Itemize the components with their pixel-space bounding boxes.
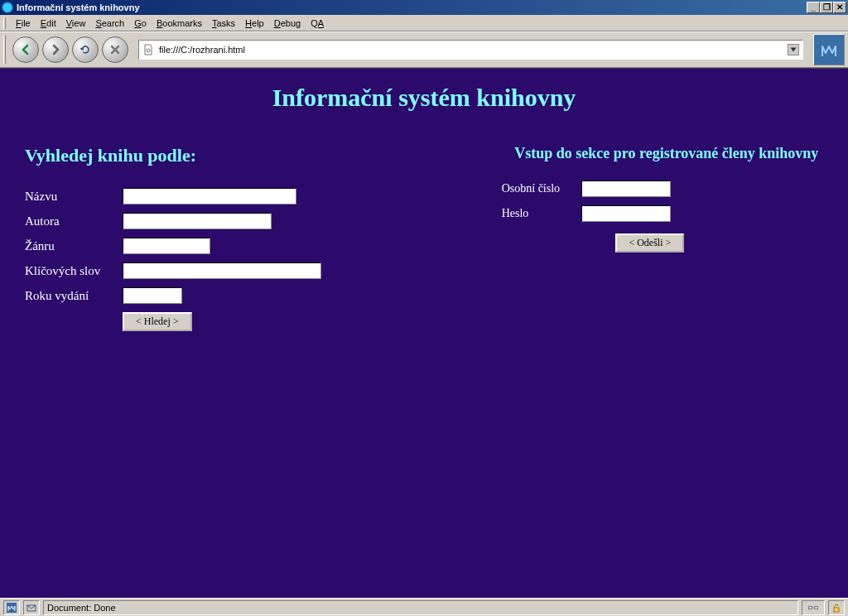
status-mail-icon[interactable] bbox=[23, 600, 40, 615]
window-title: Informační systém knihovny bbox=[17, 2, 807, 12]
forward-button[interactable] bbox=[42, 36, 69, 63]
input-genre[interactable] bbox=[123, 238, 210, 254]
menu-search[interactable]: Search bbox=[90, 17, 129, 30]
window-titlebar: Informační systém knihovny _ ❐ ✕ bbox=[0, 0, 848, 15]
menu-bar: File Edit View Search Go Bookmarks Tasks… bbox=[0, 15, 848, 31]
mozilla-icon bbox=[819, 40, 839, 60]
address-dropdown-button[interactable] bbox=[788, 44, 799, 55]
svg-point-0 bbox=[2, 2, 12, 12]
reload-icon bbox=[79, 43, 92, 56]
minimize-button[interactable]: _ bbox=[807, 2, 820, 13]
input-name[interactable] bbox=[123, 188, 296, 205]
close-button[interactable]: ✕ bbox=[833, 2, 846, 13]
menu-view[interactable]: View bbox=[61, 17, 91, 30]
chevron-down-icon bbox=[788, 45, 798, 55]
input-personal-id[interactable] bbox=[581, 180, 671, 197]
maximize-button[interactable]: ❐ bbox=[820, 2, 833, 13]
address-input[interactable] bbox=[157, 44, 788, 55]
toolbar-grip[interactable] bbox=[3, 36, 6, 64]
login-section: Vstup do sekce pro registrované členy kn… bbox=[469, 145, 831, 331]
login-heading: Vstup do sekce pro registrované členy kn… bbox=[502, 145, 831, 162]
menu-tasks[interactable]: Tasks bbox=[207, 17, 240, 30]
mozilla-small-icon bbox=[7, 603, 17, 613]
connection-icon bbox=[808, 603, 818, 613]
label-year: Roku vydání bbox=[25, 289, 123, 303]
address-bar[interactable] bbox=[138, 40, 803, 60]
menu-qa[interactable]: QA bbox=[306, 17, 329, 30]
forward-arrow-icon bbox=[49, 43, 62, 56]
menu-help[interactable]: Help bbox=[240, 17, 269, 30]
back-button[interactable] bbox=[12, 36, 39, 63]
label-personal-id: Osobní číslo bbox=[502, 182, 581, 195]
status-text: Document: Done bbox=[43, 600, 798, 615]
status-app-icon[interactable] bbox=[3, 600, 20, 615]
reload-button[interactable] bbox=[72, 36, 99, 63]
bookmark-page-icon bbox=[142, 44, 154, 55]
menu-edit[interactable]: Edit bbox=[36, 17, 61, 30]
app-icon bbox=[2, 2, 13, 13]
back-arrow-icon bbox=[19, 43, 32, 56]
mail-icon bbox=[26, 603, 36, 613]
svg-rect-5 bbox=[815, 606, 818, 609]
page-title: Informační systém knihovny bbox=[0, 69, 848, 120]
label-keywords: Klíčových slov bbox=[25, 264, 123, 278]
search-section: Vyhledej knihu podle: Názvu Autora Žánru… bbox=[25, 145, 469, 331]
navigation-toolbar bbox=[0, 31, 848, 68]
svg-point-1 bbox=[147, 49, 150, 52]
status-online-icon[interactable] bbox=[802, 600, 825, 615]
menu-bookmarks[interactable]: Bookmarks bbox=[152, 17, 207, 30]
status-bar: Document: Done bbox=[0, 598, 848, 616]
search-heading: Vyhledej knihu podle: bbox=[25, 145, 469, 166]
status-security-icon[interactable] bbox=[828, 600, 845, 615]
input-keywords[interactable] bbox=[123, 262, 321, 279]
label-genre: Žánru bbox=[25, 239, 123, 253]
menu-go[interactable]: Go bbox=[129, 17, 152, 30]
login-submit-button[interactable]: < Odešli > bbox=[615, 233, 684, 253]
input-password[interactable] bbox=[581, 205, 671, 222]
stop-icon bbox=[108, 43, 122, 56]
input-author[interactable] bbox=[123, 213, 272, 229]
page-content: Informační systém knihovny Vyhledej knih… bbox=[0, 68, 848, 598]
stop-button[interactable] bbox=[102, 36, 128, 63]
label-author: Autora bbox=[25, 214, 123, 229]
menu-debug[interactable]: Debug bbox=[269, 17, 306, 30]
svg-rect-4 bbox=[809, 606, 812, 609]
browser-throbber[interactable] bbox=[813, 34, 845, 65]
input-year[interactable] bbox=[123, 287, 182, 304]
menu-grip[interactable] bbox=[3, 17, 6, 29]
label-name: Názvu bbox=[25, 190, 123, 204]
label-password: Heslo bbox=[502, 207, 581, 220]
search-submit-button[interactable]: < Hledej > bbox=[123, 312, 192, 331]
menu-file[interactable]: File bbox=[11, 17, 36, 30]
lock-open-icon bbox=[831, 603, 841, 613]
svg-rect-6 bbox=[834, 608, 839, 612]
